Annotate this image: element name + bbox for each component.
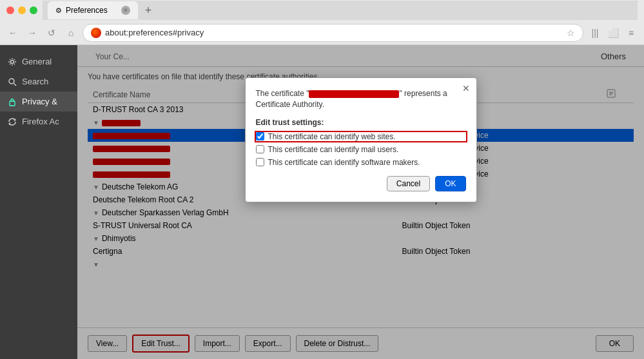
cert-name-redacted bbox=[309, 90, 399, 98]
lock-icon bbox=[8, 97, 17, 106]
menu-button[interactable]: ≡ bbox=[623, 25, 639, 41]
tab-close-button[interactable]: ✕ bbox=[121, 6, 130, 15]
url-text: about:preferences#privacy bbox=[105, 28, 563, 37]
checkbox-row-software: This certificate can identify software m… bbox=[256, 158, 466, 167]
checkbox-software[interactable] bbox=[256, 158, 264, 166]
sidebar-item-privacy[interactable]: Privacy & bbox=[0, 92, 77, 112]
sidebar-label-firefox-account: Firefox Ac bbox=[22, 117, 59, 126]
gear-icon: ⚙ bbox=[55, 6, 62, 15]
home-button[interactable]: ⌂ bbox=[63, 25, 79, 41]
sidebar-toggle-button[interactable]: ||| bbox=[587, 25, 603, 41]
dialog-ok-button[interactable]: OK bbox=[435, 176, 465, 191]
search-icon bbox=[8, 77, 17, 86]
sidebar-label-general: General bbox=[22, 57, 52, 66]
svg-line-2 bbox=[14, 83, 17, 86]
sidebar: General Search Privacy & Firefox Ac bbox=[0, 45, 77, 359]
dialog-section-title: Edit trust settings: bbox=[256, 118, 466, 127]
checkbox-websites-label: This certificate can identify web sites. bbox=[268, 132, 396, 141]
window-toggle-button[interactable]: ⬜ bbox=[605, 25, 621, 41]
checkbox-row-websites: This certificate can identify web sites. bbox=[256, 132, 466, 141]
sync-icon bbox=[8, 117, 17, 126]
checkbox-websites[interactable] bbox=[256, 132, 264, 141]
sidebar-item-search[interactable]: Search bbox=[0, 72, 77, 92]
gear-icon bbox=[8, 57, 17, 66]
sidebar-item-general[interactable]: General bbox=[0, 52, 77, 72]
checkbox-mail-label: This certificate can identify mail users… bbox=[268, 145, 399, 154]
nav-bar: ← → ↺ ⌂ about:preferences#privacy ☆ ||| … bbox=[0, 21, 644, 45]
active-tab[interactable]: ⚙ Preferences ✕ bbox=[48, 1, 138, 19]
toolbar-right: ||| ⬜ ≡ bbox=[587, 25, 639, 41]
url-bar[interactable]: about:preferences#privacy ☆ bbox=[83, 24, 583, 42]
dialog-buttons: Cancel OK bbox=[256, 176, 466, 191]
edit-trust-dialog: The certificate "" represents a Certific… bbox=[245, 77, 477, 202]
title-bar: ⚙ Preferences ✕ + bbox=[0, 0, 644, 21]
svg-point-1 bbox=[9, 79, 14, 84]
new-tab-button[interactable]: + bbox=[141, 3, 156, 18]
traffic-lights bbox=[6, 6, 37, 14]
sidebar-item-firefox-account[interactable]: Firefox Ac bbox=[0, 112, 77, 131]
checkbox-mail[interactable] bbox=[256, 145, 264, 153]
firefox-logo-icon bbox=[91, 28, 101, 38]
sidebar-label-search: Search bbox=[22, 77, 48, 86]
dialog-cert-info: The certificate "" represents a Certific… bbox=[256, 88, 466, 110]
maximize-button[interactable] bbox=[30, 6, 37, 14]
bookmark-icon[interactable]: ☆ bbox=[567, 28, 575, 38]
back-button[interactable]: ← bbox=[5, 25, 21, 41]
minimize-button[interactable] bbox=[18, 6, 26, 14]
cancel-button[interactable]: Cancel bbox=[387, 176, 430, 191]
main-content: General Search Privacy & Firefox Ac bbox=[0, 45, 644, 359]
close-button[interactable] bbox=[6, 6, 14, 14]
forward-button[interactable]: → bbox=[24, 25, 40, 41]
sidebar-label-privacy: Privacy & bbox=[22, 97, 57, 106]
svg-rect-3 bbox=[10, 101, 15, 106]
page-area: Your Ce... Others You have certificates … bbox=[77, 45, 644, 359]
tab-title: Preferences bbox=[66, 6, 117, 15]
dialog-close-button[interactable]: ✕ bbox=[461, 83, 471, 93]
svg-point-0 bbox=[11, 60, 14, 63]
dialog-backdrop: The certificate "" represents a Certific… bbox=[77, 45, 644, 359]
refresh-button[interactable]: ↺ bbox=[44, 25, 59, 41]
checkbox-software-label: This certificate can identify software m… bbox=[268, 158, 420, 167]
checkbox-row-mail: This certificate can identify mail users… bbox=[256, 145, 466, 154]
browser-window: ⚙ Preferences ✕ + ← → ↺ ⌂ about:preferen… bbox=[0, 0, 644, 359]
